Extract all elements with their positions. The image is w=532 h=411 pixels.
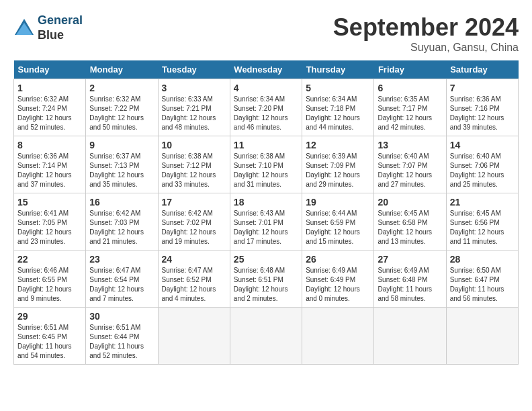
calendar-cell: 29 Sunrise: 6:51 AM Sunset: 6:45 PM Dayl…	[14, 308, 86, 365]
day-number: 18	[234, 197, 298, 208]
day-number: 9	[89, 140, 154, 150]
day-info: Sunrise: 6:51 AM Sunset: 6:45 PM Dayligh…	[17, 323, 82, 361]
day-number: 30	[89, 311, 154, 322]
header-tuesday: Tuesday	[158, 60, 230, 79]
calendar-cell: 7 Sunrise: 6:36 AM Sunset: 7:16 PM Dayli…	[446, 79, 518, 136]
calendar-cell: 6 Sunrise: 6:35 AM Sunset: 7:17 PM Dayli…	[374, 79, 446, 136]
day-number: 17	[162, 197, 226, 208]
calendar-row: 29 Sunrise: 6:51 AM Sunset: 6:45 PM Dayl…	[14, 308, 519, 365]
calendar-cell: 23 Sunrise: 6:47 AM Sunset: 6:54 PM Dayl…	[86, 250, 158, 308]
calendar-cell: 13 Sunrise: 6:40 AM Sunset: 7:07 PM Dayl…	[374, 136, 446, 193]
day-number: 6	[378, 83, 442, 93]
day-info: Sunrise: 6:45 AM Sunset: 6:58 PM Dayligh…	[378, 209, 442, 246]
day-number: 23	[89, 254, 154, 265]
day-number: 8	[17, 140, 82, 150]
calendar-cell: 8 Sunrise: 6:36 AM Sunset: 7:14 PM Dayli…	[14, 136, 86, 193]
calendar-cell: 16 Sunrise: 6:42 AM Sunset: 7:03 PM Dayl…	[86, 193, 158, 250]
header-sunday: Sunday	[14, 60, 86, 79]
day-number: 15	[17, 197, 82, 208]
location: Suyuan, Gansu, China	[333, 42, 519, 54]
calendar-cell: 20 Sunrise: 6:45 AM Sunset: 6:58 PM Dayl…	[374, 193, 446, 250]
header-thursday: Thursday	[302, 60, 374, 79]
day-info: Sunrise: 6:42 AM Sunset: 7:02 PM Dayligh…	[162, 209, 226, 246]
calendar-cell: 14 Sunrise: 6:40 AM Sunset: 7:06 PM Dayl…	[446, 136, 518, 193]
day-number: 24	[162, 254, 226, 265]
calendar-cell	[446, 308, 518, 365]
calendar-row: 1 Sunrise: 6:32 AM Sunset: 7:24 PM Dayli…	[14, 79, 519, 136]
calendar-row: 15 Sunrise: 6:41 AM Sunset: 7:05 PM Dayl…	[14, 193, 519, 250]
logo: General Blue	[13, 13, 83, 42]
calendar-cell: 1 Sunrise: 6:32 AM Sunset: 7:24 PM Dayli…	[14, 79, 86, 136]
day-number: 11	[234, 140, 298, 150]
day-info: Sunrise: 6:36 AM Sunset: 7:16 PM Dayligh…	[450, 95, 515, 132]
day-info: Sunrise: 6:35 AM Sunset: 7:17 PM Dayligh…	[378, 95, 442, 132]
day-number: 1	[17, 83, 82, 93]
calendar-cell	[374, 308, 446, 365]
day-number: 12	[306, 140, 370, 150]
day-info: Sunrise: 6:49 AM Sunset: 6:49 PM Dayligh…	[306, 266, 370, 304]
day-info: Sunrise: 6:36 AM Sunset: 7:14 PM Dayligh…	[17, 152, 82, 189]
day-info: Sunrise: 6:37 AM Sunset: 7:13 PM Dayligh…	[89, 152, 154, 189]
calendar-table: Sunday Monday Tuesday Wednesday Thursday…	[13, 60, 519, 365]
calendar-row: 8 Sunrise: 6:36 AM Sunset: 7:14 PM Dayli…	[14, 136, 519, 193]
header-wednesday: Wednesday	[230, 60, 302, 79]
calendar-cell: 12 Sunrise: 6:39 AM Sunset: 7:09 PM Dayl…	[302, 136, 374, 193]
day-number: 2	[89, 83, 154, 93]
day-number: 25	[234, 254, 298, 265]
calendar-cell: 4 Sunrise: 6:34 AM Sunset: 7:20 PM Dayli…	[230, 79, 302, 136]
day-info: Sunrise: 6:50 AM Sunset: 6:47 PM Dayligh…	[450, 266, 515, 304]
header-friday: Friday	[374, 60, 446, 79]
calendar-cell: 19 Sunrise: 6:44 AM Sunset: 6:59 PM Dayl…	[302, 193, 374, 250]
calendar-cell: 11 Sunrise: 6:38 AM Sunset: 7:10 PM Dayl…	[230, 136, 302, 193]
day-info: Sunrise: 6:33 AM Sunset: 7:21 PM Dayligh…	[162, 95, 226, 132]
day-info: Sunrise: 6:51 AM Sunset: 6:44 PM Dayligh…	[89, 323, 154, 361]
day-number: 21	[450, 197, 515, 208]
day-number: 14	[450, 140, 515, 150]
day-info: Sunrise: 6:40 AM Sunset: 7:06 PM Dayligh…	[450, 152, 515, 189]
day-info: Sunrise: 6:45 AM Sunset: 6:56 PM Dayligh…	[450, 209, 515, 246]
day-number: 27	[378, 254, 442, 265]
calendar-cell: 9 Sunrise: 6:37 AM Sunset: 7:13 PM Dayli…	[86, 136, 158, 193]
day-info: Sunrise: 6:39 AM Sunset: 7:09 PM Dayligh…	[306, 152, 370, 189]
calendar-cell: 27 Sunrise: 6:49 AM Sunset: 6:48 PM Dayl…	[374, 250, 446, 308]
logo-text: General Blue	[38, 13, 83, 42]
calendar-cell: 25 Sunrise: 6:48 AM Sunset: 6:51 PM Dayl…	[230, 250, 302, 308]
day-info: Sunrise: 6:46 AM Sunset: 6:55 PM Dayligh…	[17, 266, 82, 304]
day-info: Sunrise: 6:47 AM Sunset: 6:52 PM Dayligh…	[162, 266, 226, 304]
calendar-cell: 24 Sunrise: 6:47 AM Sunset: 6:52 PM Dayl…	[158, 250, 230, 308]
day-number: 10	[162, 140, 226, 150]
day-info: Sunrise: 6:38 AM Sunset: 7:10 PM Dayligh…	[234, 152, 298, 189]
calendar-row: 22 Sunrise: 6:46 AM Sunset: 6:55 PM Dayl…	[14, 250, 519, 308]
day-info: Sunrise: 6:32 AM Sunset: 7:22 PM Dayligh…	[89, 95, 154, 132]
day-info: Sunrise: 6:44 AM Sunset: 6:59 PM Dayligh…	[306, 209, 370, 246]
day-info: Sunrise: 6:43 AM Sunset: 7:01 PM Dayligh…	[234, 209, 298, 246]
day-number: 7	[450, 83, 515, 93]
day-number: 16	[89, 197, 154, 208]
header-monday: Monday	[86, 60, 158, 79]
calendar-cell: 21 Sunrise: 6:45 AM Sunset: 6:56 PM Dayl…	[446, 193, 518, 250]
title-block: September 2024 Suyuan, Gansu, China	[333, 13, 519, 54]
day-number: 4	[234, 83, 298, 93]
calendar-cell: 2 Sunrise: 6:32 AM Sunset: 7:22 PM Dayli…	[86, 79, 158, 136]
day-info: Sunrise: 6:48 AM Sunset: 6:51 PM Dayligh…	[234, 266, 298, 304]
logo-icon	[13, 17, 35, 39]
calendar-cell: 18 Sunrise: 6:43 AM Sunset: 7:01 PM Dayl…	[230, 193, 302, 250]
day-number: 28	[450, 254, 515, 265]
calendar-cell: 17 Sunrise: 6:42 AM Sunset: 7:02 PM Dayl…	[158, 193, 230, 250]
calendar-cell: 5 Sunrise: 6:34 AM Sunset: 7:18 PM Dayli…	[302, 79, 374, 136]
day-info: Sunrise: 6:34 AM Sunset: 7:20 PM Dayligh…	[234, 95, 298, 132]
day-number: 19	[306, 197, 370, 208]
day-number: 3	[162, 83, 226, 93]
day-number: 5	[306, 83, 370, 93]
calendar-cell: 10 Sunrise: 6:38 AM Sunset: 7:12 PM Dayl…	[158, 136, 230, 193]
weekday-header-row: Sunday Monday Tuesday Wednesday Thursday…	[14, 60, 519, 79]
day-info: Sunrise: 6:41 AM Sunset: 7:05 PM Dayligh…	[17, 209, 82, 246]
calendar-cell	[230, 308, 302, 365]
header-saturday: Saturday	[446, 60, 518, 79]
month-title: September 2024	[333, 13, 519, 42]
day-number: 13	[378, 140, 442, 150]
day-info: Sunrise: 6:49 AM Sunset: 6:48 PM Dayligh…	[378, 266, 442, 304]
calendar-cell	[302, 308, 374, 365]
day-number: 29	[17, 311, 82, 322]
day-info: Sunrise: 6:47 AM Sunset: 6:54 PM Dayligh…	[89, 266, 154, 304]
